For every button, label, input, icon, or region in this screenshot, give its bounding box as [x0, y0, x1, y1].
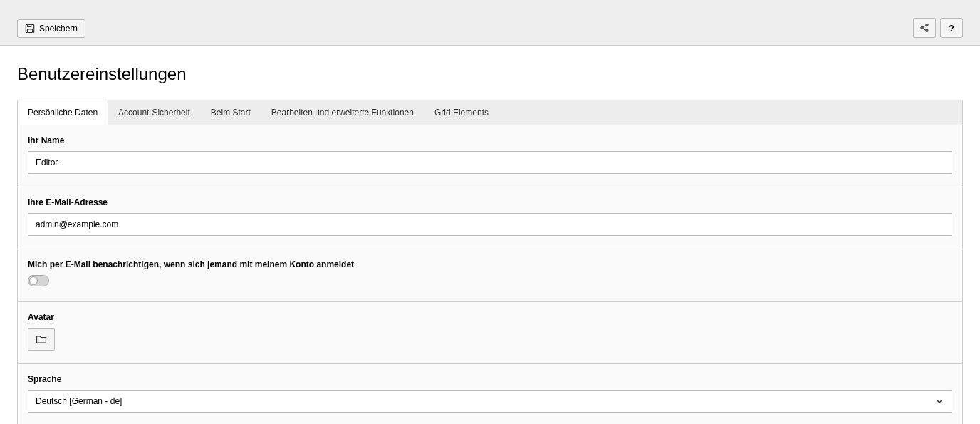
email-label: Ihre E-Mail-Adresse: [28, 197, 952, 207]
help-button[interactable]: ?: [940, 18, 963, 38]
section-email: Ihre E-Mail-Adresse: [18, 187, 962, 249]
form-panel: Ihr Name Ihre E-Mail-Adresse Mich per E-…: [17, 125, 963, 424]
svg-point-2: [926, 24, 928, 26]
svg-point-4: [926, 29, 928, 31]
avatar-browse-button[interactable]: [28, 328, 55, 351]
section-avatar: Avatar: [18, 302, 962, 364]
share-icon: [919, 23, 929, 33]
page-title: Benutzereinstellungen: [17, 64, 963, 84]
share-button[interactable]: [913, 18, 936, 38]
avatar-label: Avatar: [28, 312, 952, 322]
content: Benutzereinstellungen Persönliche Daten …: [0, 46, 980, 424]
tab-personal-data[interactable]: Persönliche Daten: [18, 100, 108, 125]
toolbar: Speichern ?: [0, 0, 980, 46]
tab-grid-elements[interactable]: Grid Elements: [424, 100, 499, 125]
toggle-knob: [29, 276, 38, 285]
save-button-label: Speichern: [39, 24, 78, 33]
email-input[interactable]: [28, 213, 952, 236]
section-notify: Mich per E-Mail benachrichtigen, wenn si…: [18, 249, 962, 302]
tab-on-start[interactable]: Beim Start: [201, 100, 261, 125]
language-select[interactable]: Deutsch [German - de]: [28, 390, 952, 413]
notify-toggle[interactable]: [28, 275, 49, 286]
save-button[interactable]: Speichern: [17, 19, 85, 38]
notify-label: Mich per E-Mail benachrichtigen, wenn si…: [28, 259, 952, 269]
section-name: Ihr Name: [18, 125, 962, 187]
save-icon: [25, 24, 35, 33]
name-label: Ihr Name: [28, 135, 952, 145]
name-input[interactable]: [28, 151, 952, 174]
language-label: Sprache: [28, 374, 952, 384]
tab-edit-advanced[interactable]: Bearbeiten und erweiterte Funktionen: [261, 100, 424, 125]
section-language: Sprache Deutsch [German - de]: [18, 364, 962, 424]
tabs: Persönliche Daten Account-Sicherheit Bei…: [17, 100, 963, 125]
folder-icon: [36, 334, 47, 344]
svg-point-3: [921, 26, 923, 29]
help-icon: ?: [949, 23, 954, 33]
tab-account-security[interactable]: Account-Sicherheit: [108, 100, 201, 125]
svg-rect-1: [28, 29, 33, 33]
